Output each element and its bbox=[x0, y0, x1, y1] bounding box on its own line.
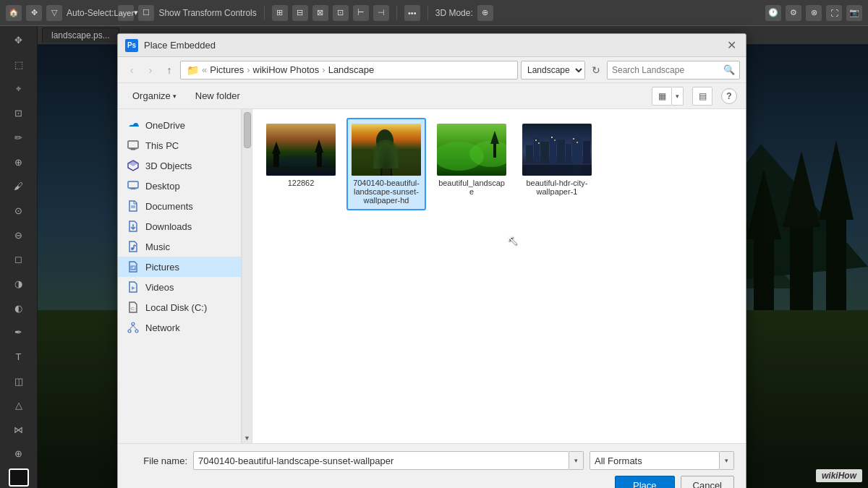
format-select[interactable]: All Formats bbox=[590, 451, 720, 470]
sidebar-item-documents[interactable]: Documents bbox=[118, 196, 241, 216]
tool-dodge[interactable]: ◐ bbox=[6, 296, 32, 320]
tool-path[interactable]: ◫ bbox=[6, 369, 32, 393]
sidebar-item-3dobjects[interactable]: 3D Objects bbox=[118, 155, 241, 176]
svg-rect-54 bbox=[493, 142, 496, 158]
layout-button[interactable]: ▤ bbox=[692, 87, 712, 106]
file-name-7040140: 7040140-beautiful-landscape-sunset-wallp… bbox=[352, 179, 420, 205]
sidebar-label-onedrive: OneDrive bbox=[145, 120, 185, 131]
tool-select[interactable]: ⬚ bbox=[6, 53, 32, 77]
breadcrumb-dropdown[interactable]: Landscape bbox=[521, 61, 585, 80]
documents-icon bbox=[127, 200, 140, 213]
compass-icon[interactable]: ⊗ bbox=[806, 5, 822, 21]
sidebar-scrollbar[interactable]: ▲ ▼ bbox=[242, 109, 252, 443]
organize-button[interactable]: Organize ▾ bbox=[127, 88, 182, 103]
help-button[interactable]: ? bbox=[721, 88, 737, 104]
forward-button[interactable]: › bbox=[142, 62, 158, 78]
3d-icon[interactable]: ⊕ bbox=[477, 5, 493, 21]
file-item-122862[interactable]: 122862 bbox=[261, 118, 341, 210]
sidebar-item-desktop[interactable]: Desktop bbox=[118, 176, 241, 196]
sidebar-item-downloads[interactable]: Downloads bbox=[118, 216, 241, 236]
filename-input[interactable]: 7040140-beautiful-landscape-sunset-wallp… bbox=[193, 451, 569, 470]
sidebar-item-videos[interactable]: Videos bbox=[118, 277, 241, 297]
align-icon-4[interactable]: ⊡ bbox=[333, 5, 349, 21]
svg-rect-50 bbox=[392, 153, 421, 176]
align-icon-6[interactable]: ⊣ bbox=[373, 5, 389, 21]
file-item-7040140[interactable]: 7040140-beautiful-landscape-sunset-wallp… bbox=[346, 118, 426, 210]
toolbar-divider-1 bbox=[264, 6, 265, 20]
up-button[interactable]: ↑ bbox=[161, 62, 177, 78]
tool-text[interactable]: T bbox=[6, 346, 32, 369]
sidebar-item-network[interactable]: Network bbox=[118, 317, 241, 338]
search-box[interactable]: 🔍 bbox=[607, 61, 740, 80]
clock-icon[interactable]: 🕐 bbox=[765, 5, 781, 21]
filename-dropdown[interactable]: ▾ bbox=[569, 451, 584, 470]
tool-shape[interactable]: △ bbox=[6, 394, 32, 417]
transform-checkbox[interactable]: ☐ bbox=[138, 5, 154, 21]
tool-history[interactable]: ⊖ bbox=[6, 223, 32, 247]
format-dropdown[interactable]: ▾ bbox=[720, 451, 734, 470]
select-icon[interactable]: ▽ bbox=[46, 5, 62, 21]
tool-heal[interactable]: ⊕ bbox=[6, 150, 32, 174]
align-icon-2[interactable]: ⊟ bbox=[292, 5, 308, 21]
tool-crop[interactable]: ⊡ bbox=[6, 102, 32, 125]
refresh-button[interactable]: ↻ bbox=[588, 62, 604, 78]
dialog-addressbar: ‹ › ↑ 📁 « Pictures › wikiHow Photos › La… bbox=[118, 57, 746, 83]
sidebar-item-pictures[interactable]: Pictures bbox=[118, 257, 241, 277]
tool-pen[interactable]: ✒ bbox=[6, 321, 32, 344]
tool-3d[interactable]: ⋈ bbox=[6, 419, 32, 442]
dialog-file-toolbar: Organize ▾ New folder ▦ ▾ ▤ ? bbox=[118, 83, 746, 109]
filename-label: File name: bbox=[129, 455, 187, 466]
svg-marker-20 bbox=[128, 160, 138, 166]
dialog-sidebar: OneDrive This PC bbox=[118, 109, 242, 443]
view-icon-button[interactable]: ▦ bbox=[652, 87, 672, 106]
settings-icon[interactable]: ⚙ bbox=[786, 5, 801, 21]
tool-lasso[interactable]: ⌖ bbox=[6, 77, 32, 100]
scroll-arrow-down[interactable]: ▼ bbox=[242, 433, 252, 443]
breadcrumb-part1[interactable]: Pictures bbox=[210, 64, 244, 75]
foreground-color[interactable] bbox=[9, 468, 29, 487]
layer-dropdown[interactable]: Layer▾ bbox=[118, 5, 134, 21]
network-icon bbox=[127, 321, 140, 334]
tool-eraser[interactable]: ◻ bbox=[6, 248, 32, 271]
dialog-close-button[interactable]: ✕ bbox=[724, 38, 739, 53]
breadcrumb-part2[interactable]: wikiHow Photos bbox=[253, 64, 320, 75]
breadcrumb-part3[interactable]: Landscape bbox=[328, 64, 375, 75]
more-icon[interactable]: ••• bbox=[404, 5, 420, 21]
scroll-thumb[interactable] bbox=[244, 112, 251, 148]
transform-label: Show Transform Controls bbox=[158, 8, 256, 18]
fullscreen-icon[interactable]: ⛶ bbox=[826, 5, 842, 21]
move-tool-icon[interactable]: ✥ bbox=[26, 5, 42, 21]
breadcrumb[interactable]: 📁 « Pictures › wikiHow Photos › Landscap… bbox=[180, 61, 518, 80]
file-item-beautiful-hdr[interactable]: beautiful-hdr-city-wallpaper-1 bbox=[517, 118, 597, 210]
back-button[interactable]: ‹ bbox=[124, 62, 140, 78]
tool-eyedropper[interactable]: ✏ bbox=[6, 127, 32, 150]
tool-clone[interactable]: ⊙ bbox=[6, 200, 32, 223]
tool-gradient[interactable]: ◑ bbox=[6, 273, 32, 296]
dialog-title-text: Place Embedded bbox=[144, 40, 216, 51]
cancel-button[interactable]: Cancel bbox=[681, 476, 734, 488]
svg-point-48 bbox=[376, 129, 393, 153]
3dobjects-icon bbox=[127, 159, 140, 172]
sidebar-item-onedrive[interactable]: OneDrive bbox=[118, 115, 241, 135]
search-input[interactable] bbox=[612, 65, 720, 75]
svg-point-35 bbox=[128, 330, 131, 333]
align-icon-5[interactable]: ⊢ bbox=[353, 5, 369, 21]
view-dropdown-button[interactable]: ▾ bbox=[672, 87, 684, 106]
new-folder-button[interactable]: New folder bbox=[188, 88, 247, 103]
downloads-icon bbox=[127, 220, 140, 233]
place-button[interactable]: Place bbox=[615, 476, 675, 488]
align-icon-3[interactable]: ⊠ bbox=[312, 5, 328, 21]
toolbar-divider-3 bbox=[427, 6, 428, 20]
sidebar-item-music[interactable]: Music bbox=[118, 236, 241, 257]
camera-icon[interactable]: 📷 bbox=[846, 5, 862, 21]
3d-mode-label: 3D Mode: bbox=[435, 8, 473, 18]
tool-brush[interactable]: 🖌 bbox=[6, 175, 32, 198]
file-thumbnail-beautiful-landscape bbox=[437, 124, 506, 176]
align-icon-1[interactable]: ⊞ bbox=[272, 5, 288, 21]
tool-move[interactable]: ✥ bbox=[6, 29, 32, 52]
sidebar-item-thispc[interactable]: This PC bbox=[118, 135, 241, 155]
sidebar-item-localdisk[interactable]: C: Local Disk (C:) bbox=[118, 297, 241, 317]
svg-line-37 bbox=[129, 325, 133, 330]
file-item-beautiful-landscape[interactable]: beautiful_landscape bbox=[432, 118, 511, 210]
tool-zoom[interactable]: ⊕ bbox=[6, 442, 32, 466]
